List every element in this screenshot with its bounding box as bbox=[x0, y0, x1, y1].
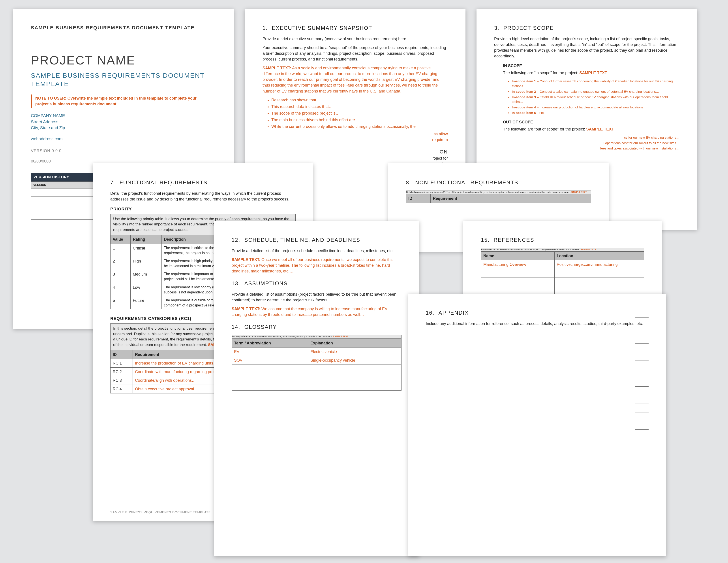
table-row bbox=[481, 277, 644, 286]
assume-intro: Provide a detailed list of assumptions (… bbox=[232, 292, 402, 303]
exec-bullet: The main business drivers behind this ef… bbox=[271, 117, 448, 123]
web-address: webaddress.com bbox=[31, 136, 216, 142]
col-id: ID bbox=[111, 350, 133, 359]
sched-heading: 12.SCHEDULE, TIMELINE, AND DEADLINES bbox=[232, 236, 402, 244]
exec-bullet: This research data indicates that… bbox=[271, 104, 448, 109]
in-scope-label: IN SCOPE bbox=[503, 63, 679, 69]
col-location: Location bbox=[554, 252, 644, 260]
exec-sample-text: SAMPLE TEXT: As a socially and environme… bbox=[263, 65, 448, 94]
company-street: Street Address bbox=[31, 119, 216, 125]
col-term: Term / Abbreviation bbox=[232, 339, 308, 347]
exec-intro-1: Provide a brief executive summary (overv… bbox=[263, 36, 448, 42]
page-schedule: 12.SCHEDULE, TIMELINE, AND DEADLINES Pro… bbox=[214, 221, 419, 556]
table-row bbox=[232, 382, 402, 391]
refs-box: Provide links to all the resources (webs… bbox=[481, 248, 644, 252]
note-text: NOTE TO USER: Overwrite the sample text … bbox=[35, 96, 197, 106]
page-footer: SAMPLE BUSINESS REQUIREMENTS DOCUMENT TE… bbox=[110, 510, 211, 514]
glossary-heading: 14.GLOSSARY bbox=[232, 323, 402, 331]
cut-text: ss allow bbox=[263, 131, 448, 137]
scope-item: l fees and taxes associated with our new… bbox=[494, 146, 679, 151]
cut-text: requirem bbox=[263, 137, 448, 143]
exec-bullet: While the current process only allows us… bbox=[271, 124, 448, 129]
func-heading: 7.FUNCTIONAL REQUIREMENTS bbox=[110, 179, 296, 186]
company-name: COMPANY NAME bbox=[31, 113, 216, 119]
col-rating: Rating bbox=[131, 235, 162, 244]
nonfunc-table: ID Requirement bbox=[406, 194, 591, 203]
version-label: VERSION 0.0.0 bbox=[31, 148, 216, 154]
scope-heading: 3.PROJECT SCOPE bbox=[494, 24, 679, 32]
col-explanation: Explanation bbox=[308, 339, 402, 347]
nonfunc-box: Detail all non-functional requirements (… bbox=[406, 190, 591, 194]
out-scope-label: OUT OF SCOPE bbox=[503, 119, 679, 125]
col-id: ID bbox=[406, 194, 431, 203]
exec-bullet: Research has shown that… bbox=[271, 97, 448, 103]
exec-heading: 1.EXECUTIVE SUMMARY SNAPSHOT bbox=[263, 24, 448, 32]
sched-sample: SAMPLE TEXT: Once we meet all of our bus… bbox=[232, 257, 402, 274]
cut-text: roject for bbox=[263, 155, 448, 161]
scope-intro: Provide a high-level description of the … bbox=[494, 36, 679, 59]
date-label: 00/00/0000 bbox=[31, 158, 216, 164]
cut-heading: ON bbox=[263, 148, 448, 155]
scope-item: In-scope item 3 – Establish a rollout sc… bbox=[512, 95, 679, 104]
table-row bbox=[481, 269, 644, 277]
out-scope-list: cs for our new EV charging stations… l o… bbox=[494, 135, 679, 151]
appendix-intro: Include any additional information for r… bbox=[426, 321, 649, 327]
company-city: City, State and Zip bbox=[31, 125, 216, 131]
exec-intro-2: Your executive summary should be a “snap… bbox=[263, 45, 448, 62]
in-scope-list: In-scope item 1 – Conduct further resear… bbox=[512, 79, 679, 115]
doc-small-title: SAMPLE BUSINESS REQUIREMENTS DOCUMENT TE… bbox=[31, 24, 216, 31]
exec-bullet: The scope of the proposed project is… bbox=[271, 110, 448, 116]
glossary-box: For easy reference, enter any terms, abb… bbox=[232, 335, 402, 339]
scope-item: In-scope item 4 – Increase our productio… bbox=[512, 105, 679, 110]
appendix-heading: 16.APPENDIX bbox=[426, 309, 649, 317]
exec-bullets: Research has shown that… This research d… bbox=[271, 97, 448, 129]
out-scope-lead: The following are “out of scope” for the… bbox=[503, 126, 679, 132]
in-scope-lead: The following are “in scope” for the pro… bbox=[503, 70, 679, 76]
scope-item: In-scope item 1 – Conduct further resear… bbox=[512, 79, 679, 88]
company-block: COMPANY NAME Street Address City, State … bbox=[31, 113, 216, 131]
scope-item: In-scope item 2 – Conduct a sales campai… bbox=[512, 89, 679, 94]
appendix-side-lines bbox=[635, 309, 649, 430]
table-row: SOVSingle-occupancy vehicle bbox=[232, 356, 402, 365]
doc-subtitle: SAMPLE BUSINESS REQUIREMENTS DOCUMENT TE… bbox=[31, 71, 216, 88]
col-value: Value bbox=[111, 235, 131, 244]
table-row: EVElectric vehicle bbox=[232, 347, 402, 356]
func-intro: Detail the project's functional requirem… bbox=[110, 190, 296, 202]
scope-item: l operations cost for our rollout to all… bbox=[494, 141, 679, 145]
assume-sample: SAMPLE TEXT: We assume that the company … bbox=[232, 306, 402, 318]
table-row: Manufacturing OverviewPositivecharge.com… bbox=[481, 260, 644, 269]
assume-heading: 13.ASSUMPTIONS bbox=[232, 280, 402, 288]
nonfunc-heading: 8.NON-FUNCTIONAL REQUIREMENTS bbox=[406, 179, 591, 186]
refs-heading: 15.REFERENCES bbox=[481, 236, 644, 244]
page-appendix: 16.APPENDIX Include any additional infor… bbox=[408, 294, 666, 556]
table-row bbox=[232, 365, 402, 373]
scope-item: cs for our new EV charging stations… bbox=[494, 135, 679, 140]
glossary-table: Term / Abbreviation Explanation EVElectr… bbox=[232, 339, 402, 391]
col-name: Name bbox=[481, 252, 555, 260]
col-requirement: Requirement bbox=[431, 194, 591, 203]
project-name-title: PROJECT NAME bbox=[31, 51, 216, 69]
table-row bbox=[232, 373, 402, 382]
priority-label: PRIORITY bbox=[110, 206, 296, 212]
scope-item: In-scope item 5 - Etc. bbox=[512, 110, 679, 115]
note-to-user: NOTE TO USER: Overwrite the sample text … bbox=[31, 94, 216, 108]
sched-intro: Provide a detailed list of the project's… bbox=[232, 248, 402, 254]
